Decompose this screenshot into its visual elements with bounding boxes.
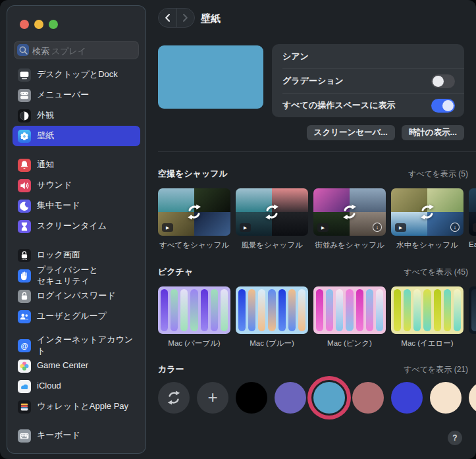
capsule-stripe (366, 289, 373, 331)
sidebar: 検索 スプレイ デスクトップとDockメニューバー外観壁紙通知サウンド集中モード… (7, 5, 146, 454)
sidebar-item-label: ロック画面 (37, 250, 80, 260)
sidebar-item-壁紙[interactable]: 壁紙 (13, 126, 140, 146)
forward-button[interactable] (177, 9, 195, 27)
sidebar-item-label: 外観 (37, 110, 54, 121)
capsule-stripe (423, 289, 431, 331)
nav-history-pill (158, 8, 195, 28)
color-swatch[interactable] (352, 382, 384, 414)
password-lock-icon (18, 290, 31, 303)
sidebar-item-サウンド[interactable]: サウンド (13, 175, 140, 196)
gradient-toggle[interactable] (431, 74, 455, 88)
search-input[interactable]: 検索 スプレイ (14, 41, 139, 59)
sidebar-item-メニューバー[interactable]: メニューバー (13, 85, 140, 105)
sidebar-item-スクリーンタイム[interactable]: スクリーンタイム (13, 216, 140, 236)
sidebar-item-Game Center[interactable]: Game Center (13, 356, 140, 376)
play-badge-icon: ▶ (395, 223, 406, 232)
capsule-stripe (180, 289, 188, 331)
capsule-stripe (471, 289, 476, 331)
help-button[interactable]: ? (448, 431, 462, 445)
thumbnail-label: Ea (469, 240, 476, 248)
capsule-stripe (288, 289, 296, 331)
aerial-tile[interactable]: ▶風景をシャッフル (236, 188, 308, 250)
screen-saver-button[interactable]: スクリーンセーバ... (307, 125, 395, 140)
aerial-tile[interactable]: ▶↓街並みをシャッフル (313, 188, 386, 250)
picture-thumbnail[interactable] (313, 286, 386, 334)
add-color-button[interactable]: + (197, 382, 228, 414)
show-all-link[interactable]: すべてを表示 (21) (404, 364, 468, 375)
show-on-all-spaces-toggle[interactable] (431, 99, 455, 113)
aerial-thumbnail[interactable]: ▶ (469, 188, 476, 236)
aerial-tile[interactable]: ▶すべてをシャッフル (158, 188, 230, 250)
capsule-stripe (326, 289, 333, 331)
toggle-knob (433, 76, 444, 87)
sidebar-item-label: ウォレットとApple Pay (37, 401, 128, 412)
divider (158, 151, 476, 152)
minimize-button[interactable] (34, 20, 43, 29)
download-icon[interactable]: ↓ (450, 223, 460, 232)
picture-thumbnail[interactable] (469, 286, 476, 334)
sidebar-item-label: メニューバー (37, 90, 89, 100)
sidebar-item-集中モード[interactable]: 集中モード (13, 196, 140, 216)
section-title: 空撮をシャッフル (158, 168, 228, 180)
color-swatch[interactable] (236, 382, 267, 414)
picture-tile[interactable]: Mac (イエロー) (391, 286, 463, 348)
color-swatch[interactable] (391, 382, 423, 414)
sidebar-item-キーボード[interactable]: キーボード (13, 425, 140, 446)
picture-tile[interactable] (469, 286, 476, 348)
show-clock-button[interactable]: 時計の表示... (402, 125, 464, 140)
picture-thumbnail[interactable] (158, 286, 230, 334)
svg-text:@: @ (21, 341, 28, 349)
sidebar-item-iCloud[interactable]: iCloud (13, 376, 140, 396)
capsule-stripe (336, 289, 343, 331)
picture-tile[interactable]: Mac (パープル) (158, 286, 230, 348)
download-icon[interactable]: ↓ (373, 223, 382, 232)
show-all-link[interactable]: すべてを表示 (5) (408, 169, 468, 180)
aerial-thumbnail[interactable]: ▶ (236, 188, 308, 236)
capsule-stripe (258, 289, 265, 331)
sidebar-item-通知[interactable]: 通知 (13, 155, 140, 175)
color-swatch-selected[interactable] (313, 382, 345, 414)
color-shuffle-button[interactable] (158, 382, 190, 414)
sidebar-item-ロック画面[interactable]: ロック画面 (13, 245, 140, 265)
action-buttons: スクリーンセーバ... 時計の表示... (272, 125, 464, 140)
color-swatch[interactable] (275, 382, 306, 414)
show-all-link[interactable]: すべてを表示 (45) (404, 267, 468, 278)
appearance-icon (18, 109, 31, 122)
sidebar-item-ウォレットとApple Pay[interactable]: ウォレットとApple Pay (13, 396, 140, 417)
sidebar-item-外観[interactable]: 外観 (13, 105, 140, 126)
sidebar-item-label: インターネットアカウント (37, 335, 140, 356)
sidebar-item-ユーザとグループ[interactable]: ユーザとグループ (13, 306, 140, 327)
picture-tile[interactable]: Mac (ブルー) (236, 286, 308, 348)
close-button[interactable] (20, 20, 29, 29)
wallpaper-preview[interactable] (158, 45, 263, 109)
sidebar-item-label: Game Center (37, 360, 88, 371)
at-icon: @ (18, 339, 31, 352)
capsule-stripe (298, 289, 305, 331)
zoom-button[interactable] (49, 20, 58, 29)
thumbnail-label: Mac (パープル) (158, 338, 230, 348)
aerial-tile[interactable]: ▶↓水中をシャッフル (391, 188, 463, 250)
icloud-icon (18, 380, 31, 393)
picture-tile[interactable]: Mac (ピンク) (313, 286, 386, 348)
picture-thumbnail[interactable] (236, 286, 308, 334)
aerial-thumbnail[interactable]: ▶↓ (313, 188, 386, 236)
capsule-stripe (268, 289, 275, 331)
sidebar-item-インターネットアカウント[interactable]: @インターネットアカウント (13, 335, 140, 356)
sidebar-item-デスクトップとDock[interactable]: デスクトップとDock (13, 65, 140, 85)
picture-thumbnail[interactable] (391, 286, 463, 334)
hourglass-icon (18, 220, 31, 233)
aerial-thumbnail[interactable]: ▶ (158, 188, 230, 236)
color-swatch[interactable] (469, 382, 476, 414)
sidebar-item-ログインパスワード[interactable]: ログインパスワード (13, 286, 140, 306)
aerial-thumbnail[interactable]: ▶↓ (391, 188, 463, 236)
color-swatch[interactable] (430, 382, 462, 414)
aerial-tile[interactable]: ▶Ea (469, 188, 476, 250)
moon-icon (18, 200, 31, 213)
desktop-dock-icon (18, 68, 31, 82)
search-ghost-text: スプレイ (51, 45, 86, 57)
system-settings-window: 検索 スプレイ デスクトップとDockメニューバー外観壁紙通知サウンド集中モード… (0, 0, 476, 459)
sidebar-item-プライバシーとセキュリティ[interactable]: プライバシーとセキュリティ (13, 265, 140, 286)
back-button[interactable] (159, 9, 177, 27)
capsule-stripe (376, 289, 383, 331)
search-placeholder: 検索 (32, 45, 49, 57)
